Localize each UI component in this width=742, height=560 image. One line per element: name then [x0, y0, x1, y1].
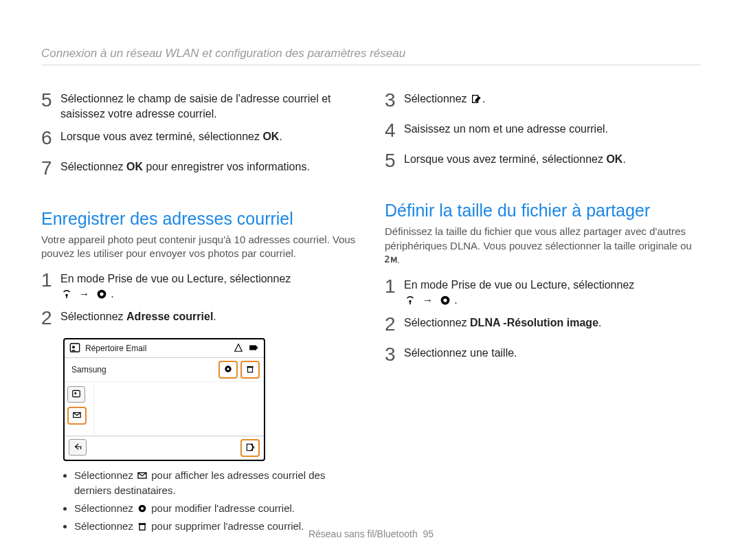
text: En mode Prise de vue ou Lecture, sélecti… [60, 273, 291, 284]
text-post: . [279, 131, 282, 142]
text-pre: Sélectionnez [404, 317, 470, 328]
step-2: 2 Sélectionnez DLNA -Résolution image. [385, 314, 701, 337]
text-post: . [622, 153, 625, 165]
svg-rect-1 [66, 295, 67, 298]
text-post: . [213, 311, 216, 322]
left-column: 5 Sélectionnez le champ de saisie de l'a… [41, 90, 357, 536]
svg-rect-20 [139, 523, 146, 524]
step-number: 2 [41, 305, 60, 331]
contact-icon [69, 341, 81, 354]
step-number: 2 [385, 311, 404, 337]
text-pre: Sélectionnez [404, 93, 470, 104]
description: Définissez la taille du fichier que vous… [385, 225, 701, 267]
text-pre: Lorsque vous avez terminé, sélectionnez [404, 153, 606, 165]
step-number: 1 [385, 273, 404, 300]
battery-icon [247, 341, 260, 354]
step-text: En mode Prise de vue ou Lecture, sélecti… [404, 276, 634, 307]
screenshot-body [65, 382, 264, 436]
bullet-list: Sélectionnez pour afficher les adresses … [74, 468, 357, 533]
step-number: 3 [385, 87, 404, 113]
trash-button[interactable] [240, 361, 260, 379]
step-text: En mode Prise de vue ou Lecture, sélecti… [60, 270, 291, 301]
compose-button[interactable] [240, 439, 260, 457]
step-6: 6 Lorsque vous avez terminé, sélectionne… [41, 128, 357, 151]
footer-label: Réseau sans fil/Bluetooth [308, 528, 418, 539]
step-text: Sélectionnez . [404, 90, 486, 107]
step-text: Sélectionnez Adresse courriel. [60, 308, 216, 324]
screenshot-sidebar [65, 382, 94, 436]
compose-icon [244, 441, 256, 453]
screenshot-item-name: Samsung [69, 365, 106, 374]
text-bold: OK [126, 161, 143, 172]
step-text: Lorsque vous avez terminé, sélectionnez … [404, 150, 626, 167]
svg-point-25 [443, 298, 447, 302]
envelope-x-button[interactable] [67, 407, 87, 425]
trash-icon [244, 363, 256, 375]
heading-file-size: Définir la taille du fichier à partager [385, 201, 701, 221]
gear-icon [439, 294, 451, 306]
step-text: Sélectionnez DLNA -Résolution image. [404, 314, 601, 331]
section-title: Connexion à un réseau WLAN et configurat… [41, 47, 701, 65]
size-2m-icon: 2ᴍ [385, 254, 397, 266]
screenshot-item-row: Samsung [65, 358, 264, 382]
step-7: 7 Sélectionnez OK pour enregistrer vos i… [41, 158, 357, 181]
text-pre: Sélectionnez [74, 502, 136, 514]
page: Connexion à un réseau WLAN et configurat… [0, 0, 742, 560]
step-number: 5 [41, 87, 60, 113]
step-text: Saisissez un nom et une adresse courriel… [404, 120, 608, 137]
envelope-x-icon [71, 409, 83, 421]
wifi-icon [404, 294, 416, 306]
text-pre: Lorsque vous avez terminé, sélectionnez [60, 131, 262, 142]
gear-icon [136, 502, 148, 515]
wifi-icon [60, 288, 73, 300]
back-icon [71, 440, 84, 453]
text-pre: Sélectionnez [60, 161, 126, 172]
step-4: 4 Saisissez un nom et une adresse courri… [385, 120, 701, 144]
text-pre: Définissez la taille du fichier que vous… [385, 225, 692, 251]
step-1: 1 En mode Prise de vue ou Lecture, sélec… [385, 276, 701, 307]
text-bold: OK [606, 153, 622, 165]
step-3: 3 Sélectionnez une taille. [385, 344, 701, 368]
step-text: Lorsque vous avez terminé, sélectionnez … [60, 128, 282, 144]
back-button[interactable] [69, 439, 87, 456]
contact-button[interactable] [67, 386, 85, 403]
gear-button[interactable] [218, 361, 238, 379]
text: En mode Prise de vue ou Lecture, sélecti… [404, 279, 634, 291]
step-text: Sélectionnez le champ de saisie de l'adr… [60, 90, 357, 121]
svg-point-3 [100, 292, 103, 295]
step-number: 3 [385, 341, 404, 368]
contact-icon [70, 388, 82, 400]
step-number: 4 [385, 117, 404, 144]
columns: 5 Sélectionnez le champ de saisie de l'a… [41, 90, 701, 536]
heading-save-addresses: Enregistrer des adresses courriel [41, 209, 357, 229]
text-pre: Sélectionnez [60, 311, 126, 322]
svg-rect-7 [256, 347, 258, 350]
svg-rect-11 [247, 366, 253, 368]
svg-rect-10 [248, 368, 253, 372]
bullet-item: Sélectionnez pour afficher les adresses … [74, 468, 357, 498]
device-screenshot: Répertoire Email Samsung [63, 338, 265, 461]
screenshot-footer [65, 436, 264, 460]
svg-point-5 [72, 346, 75, 349]
description: Votre appareil photo peut contenir jusqu… [41, 233, 357, 261]
gear-icon [222, 363, 234, 375]
step-number: 7 [41, 155, 60, 181]
signal-icon [232, 341, 245, 354]
step-number: 6 [41, 125, 60, 151]
envelope-x-icon [136, 469, 148, 482]
step-2: 2 Sélectionnez Adresse courriel. [41, 308, 357, 331]
status-icons [232, 342, 260, 355]
svg-rect-23 [409, 301, 411, 304]
text-post: . [482, 93, 485, 104]
step-5: 5 Sélectionnez le champ de saisie de l'a… [41, 90, 357, 121]
text-pre: Sélectionnez [74, 469, 136, 481]
arrow-icon: → [419, 293, 436, 308]
svg-point-18 [141, 507, 144, 510]
text-bold: OK [262, 131, 279, 142]
svg-point-13 [74, 392, 76, 394]
gear-icon [95, 288, 108, 300]
step-number: 5 [385, 148, 404, 174]
step-5: 5 Lorsque vous avez terminé, sélectionne… [385, 150, 701, 174]
step-number: 1 [41, 267, 60, 293]
step-3: 3 Sélectionnez . [385, 90, 701, 113]
